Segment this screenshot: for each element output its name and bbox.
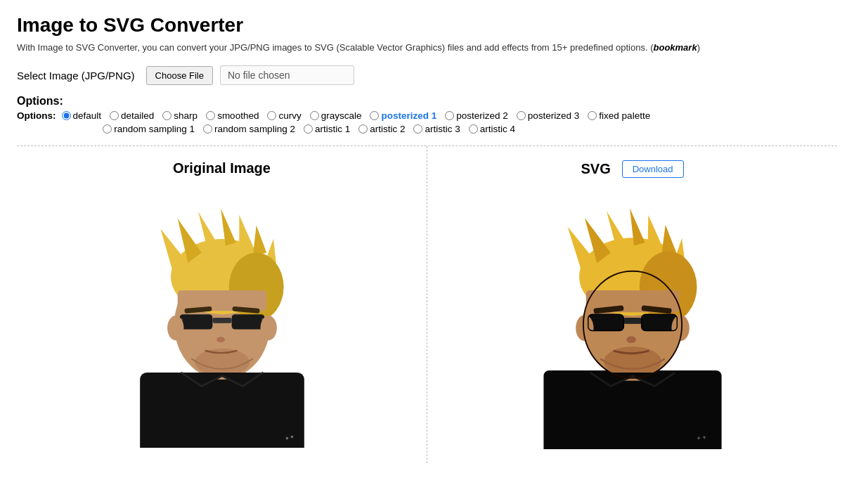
radio-opt-randomsampling2[interactable] [203,124,212,134]
svg-rect-18 [212,318,231,323]
option-label-opt-artistic4: artistic 4 [480,124,515,134]
original-image-title: Original Image [173,160,271,176]
option-item-opt-randomsampling1[interactable]: random sampling 1 [103,124,195,134]
option-item-opt-fixedpalette[interactable]: fixed palette [588,110,650,121]
page-title: Image to SVG Converter [17,14,837,37]
original-image-svg: ✦✦ [117,188,328,448]
svg-point-46 [626,336,636,343]
option-label-opt-fixedpalette: fixed palette [599,110,650,121]
radio-opt-posterized1[interactable] [370,111,379,120]
option-item-opt-artistic3[interactable]: artistic 3 [413,124,460,134]
svg-output-display: ✦✦ [527,189,738,449]
radio-opt-posterized3[interactable] [517,111,526,120]
option-label-opt-grayscale: grayscale [321,110,362,121]
svg-point-28 [604,347,661,377]
svg-marker-10 [252,226,266,257]
svg-output-image: ✦✦ [527,189,738,449]
options-row-line-2: Options:random sampling 1random sampling… [17,124,837,134]
option-item-opt-posterized2[interactable]: posterized 2 [445,110,508,121]
radio-opt-artistic3[interactable] [413,124,422,134]
options-label: Options: [17,110,56,121]
option-label-opt-posterized3: posterized 3 [528,110,580,121]
option-item-opt-curvy[interactable]: curvy [267,110,301,121]
description-text: With Image to SVG Converter, you can con… [17,42,837,53]
no-file-text: No file chosen [220,65,354,85]
option-item-opt-detailed[interactable]: detailed [110,110,154,121]
svg-point-23 [260,316,276,340]
svg-rect-25 [543,370,721,449]
options-container: Options:defaultdetailedsharpsmoothedcurv… [17,110,837,134]
options-row-line-1: Options:defaultdetailedsharpsmoothedcurv… [17,110,837,121]
option-item-opt-artistic4[interactable]: artistic 4 [469,124,515,134]
option-label-opt-detailed: detailed [121,110,154,121]
svg-rect-0 [140,373,304,448]
option-item-opt-default[interactable]: default [62,110,102,121]
original-image-pane: Original Image [17,146,427,463]
svg-marker-34 [647,215,661,250]
option-label-opt-curvy: curvy [278,110,301,121]
option-label-opt-randomsampling2: random sampling 2 [214,124,295,134]
bookmark-link[interactable]: bookmark [654,42,697,53]
preview-area: Original Image [17,146,837,463]
option-item-opt-posterized1[interactable]: posterized 1 [370,110,436,121]
option-label-opt-default: default [73,110,102,121]
svg-rect-13 [177,290,266,311]
options-row-1: Options: [17,95,837,108]
svg-point-21 [216,337,225,342]
option-item-opt-artistic2[interactable]: artistic 2 [358,124,405,134]
choose-file-button[interactable]: Choose File [146,66,213,85]
option-item-opt-grayscale[interactable]: grayscale [310,110,362,121]
radio-opt-detailed[interactable] [110,111,119,120]
file-select-row: Select Image (JPG/PNG) Choose File No fi… [17,65,837,85]
option-label-opt-smoothed: smoothed [217,110,259,121]
radio-opt-default[interactable] [62,111,71,120]
options-label: Options: [17,95,63,108]
option-item-opt-smoothed[interactable]: smoothed [206,110,259,121]
radio-opt-curvy[interactable] [267,111,276,120]
svg-point-22 [167,316,183,340]
svg-rect-16 [179,314,212,329]
svg-rect-43 [623,318,641,324]
radio-opt-artistic1[interactable] [304,124,313,134]
radio-opt-artistic4[interactable] [469,124,478,134]
svg-output-pane: SVG Download [427,146,837,463]
radio-opt-sharp[interactable] [162,111,172,120]
option-label-opt-artistic3: artistic 3 [425,124,460,134]
radio-opt-smoothed[interactable] [206,111,215,120]
option-item-opt-sharp[interactable]: sharp [162,110,198,121]
radio-opt-posterized2[interactable] [445,111,454,120]
options-section: Options: [17,95,837,108]
option-item-opt-artistic1[interactable]: artistic 1 [304,124,350,134]
option-item-opt-randomsampling2[interactable]: random sampling 2 [203,124,295,134]
option-item-opt-posterized3[interactable]: posterized 3 [517,110,580,121]
original-image-display: ✦✦ [117,188,328,448]
svg-output-title: SVG Download [581,160,683,178]
radio-opt-fixedpalette[interactable] [588,111,597,120]
radio-opt-artistic2[interactable] [358,124,368,134]
option-label-opt-artistic2: artistic 2 [370,124,405,134]
radio-opt-randomsampling1[interactable] [103,124,112,134]
download-button[interactable]: Download [622,160,684,178]
option-label-opt-sharp: sharp [174,110,198,121]
option-label-opt-posterized1: posterized 1 [381,110,436,121]
option-label-opt-posterized2: posterized 2 [456,110,508,121]
option-label-opt-artistic1: artistic 1 [315,124,350,134]
option-label-opt-randomsampling1: random sampling 1 [114,124,195,134]
radio-opt-grayscale[interactable] [310,111,319,120]
svg-rect-17 [231,314,264,329]
file-select-label: Select Image (JPG/PNG) [17,70,135,82]
svg-marker-9 [239,215,252,250]
